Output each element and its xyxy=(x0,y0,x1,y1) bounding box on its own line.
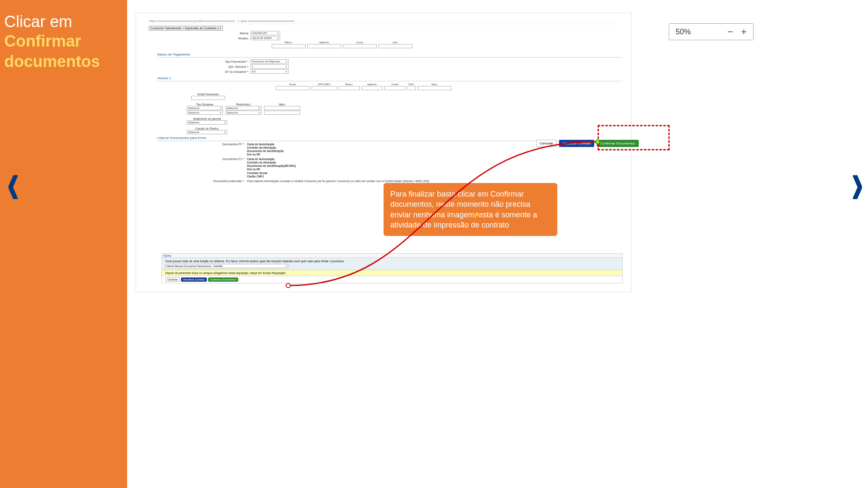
acoes-cancelar-button[interactable]: Cancelar xyxy=(165,277,180,282)
section-dados-pagamento: Dados de Pagamento xyxy=(157,51,623,58)
agencia2-input[interactable] xyxy=(362,86,383,90)
tipo-despesa-select-2[interactable]: Selecione xyxy=(187,111,223,115)
banco2-input[interactable] xyxy=(339,86,360,90)
reembolso-label: Reembolso: xyxy=(225,103,262,106)
acoes-visualizar-button[interactable]: Visualizar Contrato xyxy=(181,277,207,282)
instruction-line2a: Confirmar xyxy=(4,32,123,51)
tipo-despesa-label: Tipo Despesa: xyxy=(187,103,223,106)
dac2-input[interactable] xyxy=(407,86,416,90)
zoom-plus[interactable]: + xyxy=(741,26,747,38)
instruction-line2b: documentos xyxy=(4,52,123,72)
valor-despesa-label: Valor: xyxy=(264,103,300,106)
banco-input[interactable] xyxy=(272,44,306,48)
acoes-confirmar-button[interactable]: Confirmar Documentos xyxy=(208,277,239,282)
valor-despesa-input-1[interactable] xyxy=(264,106,300,110)
instruction-line1: Clicar em xyxy=(4,13,123,31)
nome-label: Nome: xyxy=(289,83,297,86)
valor-input[interactable] xyxy=(417,86,451,90)
agencia-label: Agência: xyxy=(319,41,329,44)
email-fav-label: Email Favorecido xyxy=(191,93,225,96)
agencia2-label: Agência: xyxy=(367,83,377,86)
bank-row-veiculo: Nome: CPF/CNPJ: Banco: Agência: Conta: D… xyxy=(276,83,623,90)
modelo-label: Modelo: xyxy=(200,37,250,40)
callout-note: Para finalizar basta clicar em Confirmar… xyxy=(384,183,557,236)
tipo-fav-select[interactable]: Favorecido de Pagament xyxy=(250,59,289,64)
visualizar-contrato-button[interactable]: Visualizar Contrato xyxy=(559,140,594,147)
marca-select[interactable]: CHEVROLET xyxy=(250,31,280,35)
conta2-input[interactable] xyxy=(384,86,406,90)
section-veiculo1: Veículo 1 xyxy=(157,75,623,81)
cessao-label: Cessão de Direitos xyxy=(187,127,227,130)
nome-input[interactable] xyxy=(276,86,310,90)
zoom-control: 50% − + xyxy=(669,23,754,40)
reembolso-select-2[interactable]: Selecione xyxy=(225,111,262,115)
zoom-value: 50% xyxy=(676,28,691,36)
acoes-body-text: Você possui mais de uma função no sistem… xyxy=(165,260,619,263)
cpf-label: CPF/CNPJ: xyxy=(317,83,331,86)
conta2-label: Conta: xyxy=(391,83,399,86)
docs-pj-list: Carta de AutorizaçãoContrato de Alienaçã… xyxy=(247,158,296,178)
dac2-label: DAC: xyxy=(409,83,415,86)
bank-row-top: Banco: Agência: Conta: Dac: xyxy=(272,41,623,48)
url-bar: https://xxxxxxxxxxxxxxxxxxxx/portal/xxxx… xyxy=(149,19,618,24)
abatimento-label: Abatimento de parcela xyxy=(187,117,227,120)
instruction-panel: Clicar em Confirmar documentos xyxy=(0,0,127,488)
agencia-input[interactable] xyxy=(307,44,341,48)
qtd-label: Qtd. Veículos *: xyxy=(200,65,250,68)
email-fav-input[interactable] xyxy=(191,96,225,100)
prev-slide-chevron[interactable]: ‹ xyxy=(7,148,19,218)
abatimento-select[interactable]: Selecione xyxy=(187,120,227,125)
marca-label: Marca: xyxy=(200,32,250,35)
docs-pj-label: Documentos PJ *: xyxy=(200,158,246,161)
valor-label: Valor: xyxy=(431,83,437,86)
cpf-input[interactable] xyxy=(312,86,337,90)
conta-input[interactable] xyxy=(343,44,377,48)
app-screenshot: https://xxxxxxxxxxxxxxxxxxxx/portal/xxxx… xyxy=(136,13,632,292)
banco-label: Banco: xyxy=(285,41,293,44)
next-slide-chevron[interactable]: › xyxy=(851,148,864,218)
qtd-select[interactable]: 1 xyxy=(250,64,289,69)
uf-label: UF do Gravame *: xyxy=(200,70,250,73)
breadcrumb: Consórcio Faturamento > Impressão de Con… xyxy=(149,26,223,30)
reembolso-select-1[interactable]: Selecione xyxy=(225,106,262,110)
acoes-role-select[interactable]: Alterar Manual (Consórcio Faturamento - … xyxy=(165,264,288,268)
uf-select[interactable]: GO xyxy=(250,69,289,74)
banco2-label: Banco: xyxy=(345,83,353,86)
docs-pf-label: Documentos PF *: xyxy=(200,143,246,146)
valor-despesa-input-2[interactable] xyxy=(264,111,300,115)
highlight-rectangle xyxy=(598,125,670,150)
modelo-select[interactable]: CELTA 4P SPIRIT xyxy=(250,36,280,40)
acoes-header: Ações xyxy=(161,253,623,258)
docs-adic-label: Documentos Adicionais *: xyxy=(200,180,246,183)
acoes-panel: Ações Você possui mais de uma função no … xyxy=(161,253,623,283)
conta-label: Conta: xyxy=(356,41,364,44)
acoes-buttons-row: Cancelar Visualizar Contrato Confirmar D… xyxy=(161,276,623,283)
acoes-body: Você possui mais de uma função no sistem… xyxy=(161,258,623,270)
cancelar-button[interactable]: Cancelar xyxy=(536,140,556,147)
docs-adic-note: Para maiores informações consulte a Cred… xyxy=(247,180,429,183)
zoom-minus[interactable]: − xyxy=(727,26,733,38)
cessao-select[interactable]: Selecione xyxy=(187,130,227,134)
tipo-fav-label: Tipo Favorecido *: xyxy=(200,60,250,63)
dac-input[interactable] xyxy=(378,44,412,48)
dac-label: Dac: xyxy=(393,41,398,44)
docs-pf-list: Carta de AutorizaçãoContrato de Alienaçã… xyxy=(247,143,284,157)
acoes-warning: Depois de preencher todos os campos obri… xyxy=(161,270,623,276)
tipo-despesa-select-1[interactable]: Selecione xyxy=(187,106,223,110)
